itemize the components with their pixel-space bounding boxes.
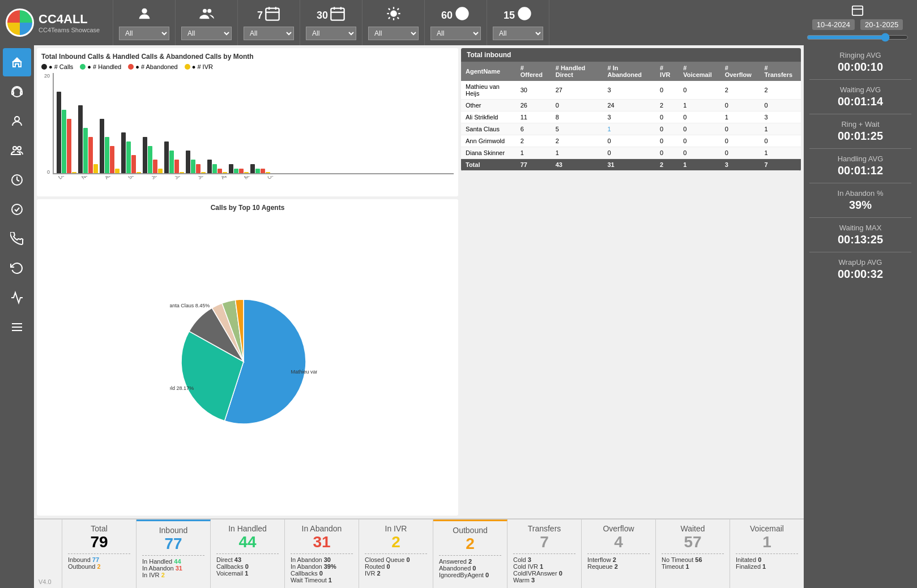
date-start[interactable]: 10-4-2024 [812,19,855,30]
table-col---handled-direct: # Handled Direct [551,62,603,81]
stat-value: 39% [809,199,911,212]
svg-point-2 [207,8,211,12]
nav-home[interactable] [3,48,31,76]
nav-headset[interactable] [3,78,31,106]
filter-users-select[interactable]: All [181,27,232,40]
bottom-cell-5: Outbound2Answered 2Abandoned 0IgnoredByA… [433,520,507,588]
clock-icon [454,6,470,24]
filter-user[interactable]: All [113,0,176,45]
calendar2-icon [330,6,346,24]
bottom-cell-divider [216,553,279,554]
logo-area: CC4ALL CC4Teams Showcase [0,0,113,45]
filter-15min-select[interactable]: All [493,27,543,40]
bottom-cell-detail: Requeue 2 [587,563,650,570]
table-col---voicemail: # Voicemail [679,62,720,81]
date-slider[interactable] [807,33,909,42]
bottom-cell-value: 57 [662,533,724,551]
bottom-cell-0: Total79Inbound 77Outbound 2 [62,520,137,588]
nav-check[interactable] [3,195,31,224]
stat-value: 00:00:10 [809,61,911,74]
table-row: Santa Claus6510001 [461,123,801,135]
legend-abandoned: ● # Abandoned [128,63,178,70]
logo-text: CC4ALL CC4Teams Showcase [39,12,100,33]
bottom-cell-divider [662,553,724,554]
date-end[interactable]: 20-1-2025 [860,19,903,30]
nav-refresh[interactable] [3,254,31,282]
top-bar: CC4ALL CC4Teams Showcase All All 7 [0,0,917,45]
filter-60min-select[interactable]: All [430,27,481,40]
nav-team[interactable] [3,136,31,165]
bottom-cell-value: 44 [216,533,279,551]
bottom-cell-divider [291,553,353,554]
filter-7day[interactable]: 7 All [238,0,300,45]
table-row: Ali Strikfield11830013 [461,111,801,123]
nav-user[interactable] [3,107,31,135]
bottom-cell-6: Transfers7Cold 3Cold IVR 1ColdIVRAnswer … [507,520,582,588]
right-section: Total inbound AgentName# Offered# Handle… [461,48,801,516]
legend-handled: ● # Handled [80,63,121,70]
bottom-cell-detail: Interflow 2 [587,556,650,563]
svg-rect-7 [331,8,344,20]
stat-value: 00:00:32 [809,268,911,281]
svg-rect-26 [852,6,863,15]
filter-users[interactable]: All [176,0,238,45]
filter-30day[interactable]: 30 All [300,0,362,45]
date-range: 10-4-2024 20-1-2025 [798,1,917,45]
filter-user-select[interactable]: All [119,27,169,40]
svg-line-36 [17,180,19,181]
pie-chart-title: Calls by Top 10 Agents [211,204,285,212]
logo-icon [6,8,34,37]
nav-phone[interactable] [3,225,31,253]
stat-divider [809,217,911,218]
nav-list[interactable] [3,313,31,341]
table-row: Ann Grimwold2200000 [461,135,801,147]
user-icon [137,6,152,24]
filter-30day-select[interactable]: All [306,27,356,40]
bottom-cell-value: 1 [736,533,798,551]
svg-point-31 [15,117,19,121]
svg-rect-3 [266,8,279,20]
filter-sun[interactable]: All [362,0,425,45]
svg-point-0 [142,8,147,13]
svg-point-33 [18,147,21,150]
svg-line-18 [388,17,389,18]
stat-value: 00:01:25 [809,130,911,143]
bottom-cell-value: 31 [291,533,353,551]
bottom-cell-title: Total [68,524,130,533]
table-head: AgentName# Offered# Handled Direct# In A… [461,62,801,81]
app-subtitle: CC4Teams Showcase [39,27,100,33]
stat-label: Ring + Wait [809,120,911,128]
filter-60min[interactable]: 60 All [425,0,487,45]
bottom-cell-title: Outbound [439,526,501,535]
table-col-agentname: AgentName [461,62,516,81]
svg-text:Mathieu van Heijs 54.93%: Mathieu van Heijs 54.93% [291,369,317,375]
filter-7day-select[interactable]: All [244,27,294,40]
filter-15min[interactable]: 15 All [487,0,549,45]
table-row: Other260242100 [461,100,801,111]
charts-area: Total Inbound Calls & Handled Calls & Ab… [34,45,804,518]
version-label: V4.0 [39,578,52,585]
calendar-icon [265,6,280,24]
svg-line-19 [397,8,398,9]
stat-divider [809,148,911,149]
bottom-cell-detail: Inbound 77 [68,556,130,563]
filter-sun-select[interactable]: All [368,27,419,40]
bottom-cell-1: Inbound77In Handled 44In Abandon 31In IV… [137,520,211,588]
bottom-cell-title: In IVR [365,524,427,533]
left-charts: Total Inbound Calls & Handled Calls & Ab… [37,48,458,516]
bottom-cell-detail: Warm 3 [513,577,575,583]
stat-divider [809,252,911,252]
bottom-cell-detail: Initated 0 [736,556,798,563]
nav-chart[interactable] [3,284,31,312]
stat-label: WrapUp AVG [809,258,911,267]
nav-clock[interactable] [3,166,31,194]
table-row: Mathieu van Heijs302730022 [461,81,801,100]
bottom-cell-divider [142,555,204,556]
legend-abandoned-label: ● # Abandoned [135,63,178,70]
table-col---transfers: # Transfers [760,62,801,81]
svg-text:Santa Claus 8.45%: Santa Claus 8.45% [170,303,210,308]
legend-calls: ● # Calls [41,63,73,70]
bottom-cell-detail: ColdIVRAnswer 0 [513,570,575,577]
bottom-cell-8: Waited57No Timeout 56Timeout 1 [656,520,730,588]
bottom-cell-detail: Finalized 1 [736,563,798,570]
